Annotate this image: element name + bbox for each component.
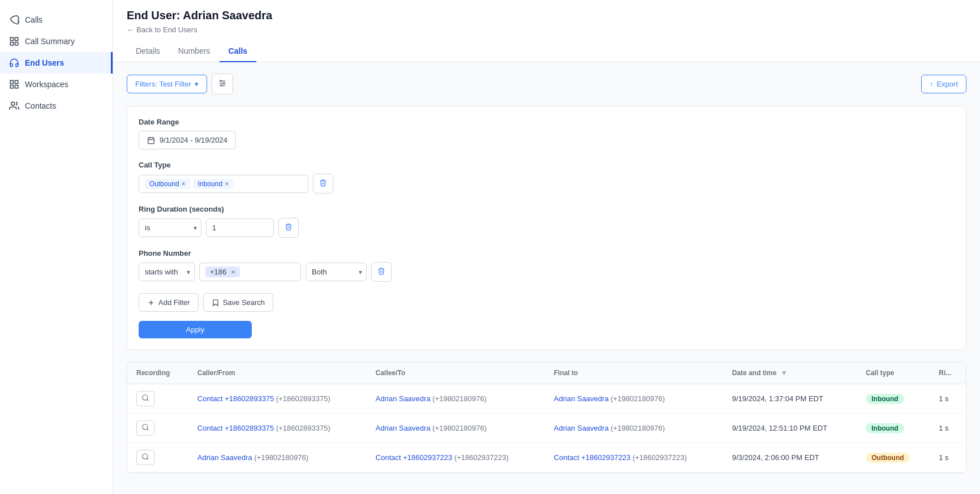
sidebar-item-end-users[interactable]: End Users [0,52,113,74]
sidebar-item-call-summary[interactable]: Call Summary [0,31,113,52]
ring-duration-row: is is not greater than less than [139,218,955,238]
date-time-value: 9/19/2024, 12:51:10 PM EDT [732,424,827,432]
final-to-link[interactable]: Adrian Saavedra [554,394,609,403]
phone-number-operator[interactable]: starts with ends with contains equals [139,263,195,281]
contacts-icon [9,101,19,111]
svg-point-13 [223,83,225,84]
final-to-link[interactable]: Adrian Saavedra [554,424,609,432]
back-label: Back to End Users [136,25,197,34]
call-type-input[interactable]: Outbound × Inbound × [139,175,308,193]
ring-duration-delete-button[interactable] [278,218,299,238]
trash-icon-3 [377,267,385,275]
final-to-sub: (+19802180976) [611,394,665,403]
content-area: Filters: Test Filter ▾ ↑ Export Date Ran [113,62,980,494]
callee-to-link[interactable]: Adrian Saavedra [376,424,431,432]
filter-button-label: Filters: Test Filter [135,80,191,88]
phone-number-delete-button[interactable] [371,262,392,282]
sidebar-item-call-summary-label: Call Summary [25,37,75,46]
back-link[interactable]: ← Back to End Users [127,25,966,34]
tag-inbound-label: Inbound [198,180,222,188]
recording-button[interactable] [136,450,154,465]
page-header: End User: Adrian Saavedra ← Back to End … [113,0,980,62]
svg-rect-5 [15,80,18,83]
recording-button[interactable] [136,420,154,436]
filters-button[interactable]: Filters: Test Filter ▾ [127,75,207,93]
svg-line-22 [147,400,149,401]
cell-final-to: Contact +18602937223 (+18602937223) [545,443,723,472]
add-filter-label: Add Filter [158,298,190,307]
ring-value: 1 s [939,453,948,462]
apply-button[interactable]: Apply [139,321,252,338]
search-icon [141,453,149,461]
cell-ring: 1 s [930,414,966,443]
tab-numbers[interactable]: Numbers [169,41,220,62]
cell-call-type: Inbound [857,384,930,414]
cell-callee-to: Contact +18602937223 (+18602937223) [367,443,545,472]
svg-line-24 [147,429,149,431]
ring-duration-value[interactable] [206,218,274,237]
call-type-section: Call Type Outbound × Inbound × [139,161,955,194]
add-filter-button[interactable]: Add Filter [139,293,199,312]
sidebar-item-calls[interactable]: Calls [0,9,113,31]
col-call-type: Call type [857,362,930,384]
ring-value: 1 s [939,424,948,432]
callee-to-link[interactable]: Contact +18602937223 [376,453,453,462]
call-type-badge: Inbound [866,423,904,433]
sidebar-item-end-users-label: End Users [25,58,64,67]
svg-point-12 [220,80,222,82]
calendar-icon [147,136,155,144]
phone-number-tag-input[interactable]: +186 × [199,263,301,281]
phone-tag-remove[interactable]: × [231,268,235,276]
add-filter-icon [147,299,155,307]
grid-icon [9,79,19,89]
cell-callee-to: Adrian Saavedra (+19802180976) [367,384,545,414]
ring-duration-operator-wrapper: is is not greater than less than [139,218,201,237]
tab-calls[interactable]: Calls [220,41,256,62]
search-icon [141,423,149,431]
cell-date-time: 9/19/2024, 1:37:04 PM EDT [723,384,857,414]
sidebar-item-workspaces[interactable]: Workspaces [0,74,113,95]
callee-to-link[interactable]: Adrian Saavedra [376,394,431,403]
export-label: Export [936,80,958,88]
date-range-picker[interactable]: 9/1/2024 - 9/19/2024 [139,131,236,149]
cell-call-type: Inbound [857,414,930,443]
cell-ring: 1 s [930,443,966,472]
ring-duration-operator[interactable]: is is not greater than less than [139,218,201,237]
col-final-to: Final to [545,362,723,384]
bookmark-icon [212,299,220,307]
phone-direction-select[interactable]: Both Caller/From Callee/To [306,263,367,281]
date-time-value: 9/3/2024, 2:06:00 PM EDT [732,453,819,462]
col-caller-from: Caller/From [188,362,367,384]
final-to-link[interactable]: Contact +18602937223 [554,453,631,462]
phone-number-operator-wrapper: starts with ends with contains equals [139,263,195,281]
tag-outbound-remove[interactable]: × [182,180,186,188]
save-search-button[interactable]: Save Search [203,293,273,312]
recording-button[interactable] [136,391,154,406]
caller-from-link[interactable]: Contact +18602893375 [197,424,274,432]
call-type-badge: Inbound [866,394,904,404]
cell-recording [127,384,188,414]
filter-settings-button[interactable] [212,74,233,94]
search-icon [141,394,149,402]
call-type-badge: Outbound [866,453,909,463]
svg-rect-2 [15,42,18,45]
caller-from-link[interactable]: Adrian Saavedra [197,453,252,462]
phone-number-tag: +186 × [205,267,240,277]
filter-actions: Add Filter Save Search [139,293,955,312]
caller-from-sub: (+18602893375) [276,424,330,432]
export-button[interactable]: ↑ Export [921,75,966,93]
sidebar-item-contacts[interactable]: Contacts [0,95,113,117]
svg-rect-15 [148,138,154,144]
headphone-icon [9,58,19,68]
sidebar-item-calls-label: Calls [25,15,42,24]
tag-inbound-remove[interactable]: × [225,180,229,188]
apply-label: Apply [186,325,205,334]
caller-from-link[interactable]: Contact +18602893375 [197,394,274,403]
col-date-time[interactable]: Date and time ▼ [723,362,857,384]
tab-details[interactable]: Details [127,41,169,62]
callee-to-sub: (+19802180976) [432,394,487,403]
cell-ring: 1 s [930,384,966,414]
call-type-delete-button[interactable] [313,174,333,194]
table-row: Adrian Saavedra (+19802180976) Contact +… [127,443,966,472]
cell-date-time: 9/19/2024, 12:51:10 PM EDT [723,414,857,443]
